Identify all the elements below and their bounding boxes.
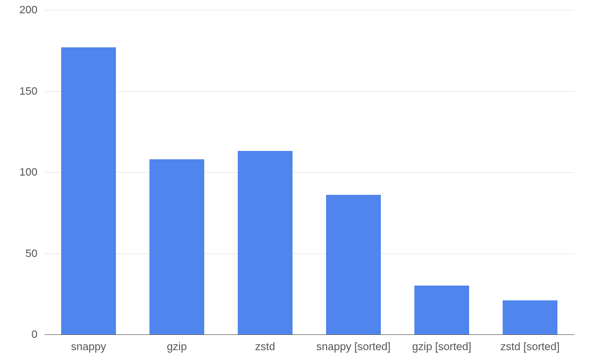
bar-slot: snappy: [44, 10, 133, 334]
bar: [61, 47, 116, 334]
y-tick-label: 50: [26, 247, 44, 260]
x-tick-label: snappy: [71, 334, 106, 353]
bar-slot: zstd: [221, 10, 309, 334]
x-tick-label: gzip [sorted]: [412, 334, 472, 353]
bar: [238, 151, 293, 334]
bar-slot: snappy [sorted]: [309, 10, 398, 334]
grid-line: [44, 334, 574, 335]
bar: [326, 195, 381, 334]
bar: [414, 286, 469, 334]
plot-area: 050100150200 snappygzipzstdsnappy [sorte…: [44, 10, 574, 334]
bar-slot: gzip: [133, 10, 221, 334]
bar-slot: gzip [sorted]: [398, 10, 486, 334]
x-tick-label: snappy [sorted]: [316, 334, 390, 353]
bars-container: snappygzipzstdsnappy [sorted]gzip [sorte…: [44, 10, 574, 334]
bar: [149, 159, 204, 334]
x-tick-label: zstd [sorted]: [501, 334, 560, 353]
x-tick-label: gzip: [167, 334, 186, 353]
y-tick-label: 150: [19, 85, 44, 98]
y-tick-label: 100: [19, 166, 44, 179]
bar-chart: 050100150200 snappygzipzstdsnappy [sorte…: [0, 0, 589, 364]
y-tick-label: 0: [32, 328, 44, 341]
bar: [503, 300, 557, 334]
y-tick-label: 200: [19, 3, 44, 16]
x-tick-label: zstd: [255, 334, 275, 353]
bar-slot: zstd [sorted]: [486, 10, 574, 334]
